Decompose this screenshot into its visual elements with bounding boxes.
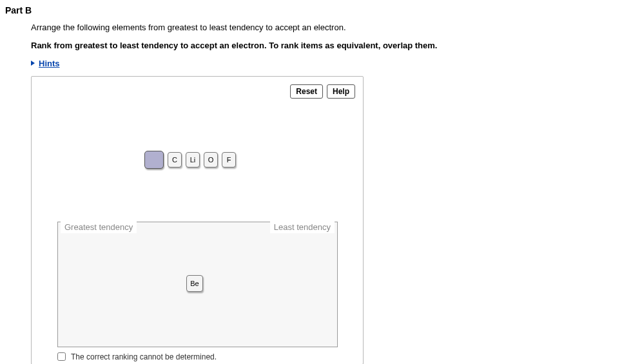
cannot-determine-checkbox[interactable] [57,352,66,361]
element-tile-o[interactable]: O [204,152,218,168]
instruction-bold: Rank from greatest to least tendency to … [31,40,642,52]
ranking-label-right: Least tendency [270,222,335,233]
hints-label: Hints [39,59,60,68]
element-tile-be[interactable]: Be [186,275,203,292]
hints-toggle[interactable]: Hints [31,59,60,68]
instruction-text: Arrange the following elements from grea… [31,22,642,34]
element-tile-f[interactable]: F [222,152,236,168]
content-area: Arrange the following elements from grea… [5,22,642,364]
staging-row: C Li O F [144,151,236,169]
ranking-dropzone[interactable]: Greatest tendency Least tendency Be [57,222,338,347]
cannot-determine-row[interactable]: The correct ranking cannot be determined… [57,352,217,361]
cannot-determine-label: The correct ranking cannot be determined… [71,352,217,361]
reset-button[interactable]: Reset [290,84,323,99]
element-tile-li[interactable]: Li [186,152,200,168]
part-title: Part B [5,5,642,15]
element-tile-c[interactable]: C [168,152,182,168]
caret-right-icon [31,61,35,66]
ranking-workspace: Reset Help C Li O F Greatest tendency Le… [31,76,364,364]
workspace-toolbar: Reset Help [290,84,355,99]
ranking-label-left: Greatest tendency [61,222,137,233]
drag-ghost-tile[interactable] [144,151,164,169]
help-button[interactable]: Help [327,84,355,99]
